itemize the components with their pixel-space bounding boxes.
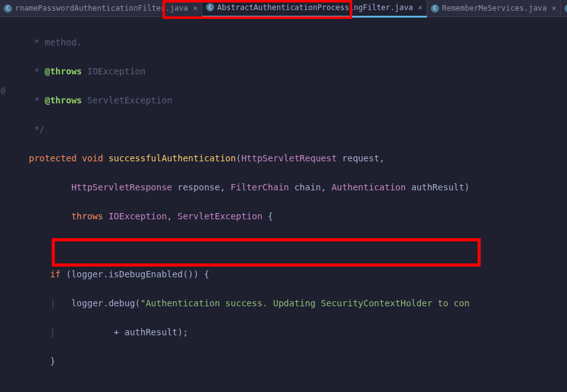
- java-class-icon: C: [564, 4, 567, 13]
- code-line: * method.: [0, 35, 567, 50]
- close-icon[interactable]: ×: [418, 3, 422, 12]
- java-class-icon: C: [431, 4, 439, 13]
- editor-tab[interactable]: C RememberMeServices.java ×: [427, 0, 561, 16]
- tab-label: RememberMeServices.java: [442, 4, 547, 13]
- code-line: HttpServletResponse response, FilterChai…: [0, 180, 567, 195]
- code-line: */: [0, 122, 567, 137]
- code-line: if (logger.isDebugEnabled()) {: [0, 267, 567, 282]
- code-line: | logger.debug("Authentication success. …: [0, 296, 567, 311]
- code-line: throws IOException, ServletException {: [0, 209, 567, 224]
- editor-tab[interactable]: C AbstractAuthenticationProcessingFilter…: [202, 0, 427, 18]
- java-class-icon: C: [206, 3, 214, 11]
- close-icon[interactable]: ×: [552, 4, 556, 13]
- code-line: | + authResult);: [0, 325, 567, 340]
- tab-bar: C rnamePasswordAuthenticationFilter.java…: [0, 0, 567, 17]
- tab-label: rnamePasswordAuthenticationFilter.java: [15, 4, 188, 13]
- code-line: * @throws IOException: [0, 64, 567, 79]
- java-class-icon: C: [4, 4, 12, 13]
- editor-tab[interactable]: C AbstractRememberM: [561, 0, 567, 16]
- code-line: protected void successfulAuthentication(…: [0, 151, 567, 166]
- code-editor[interactable]: * method. * @throws IOException * @throw…: [0, 17, 567, 392]
- code-line: [0, 383, 567, 392]
- code-line: * @throws ServletException: [0, 93, 567, 108]
- code-line: }: [0, 354, 567, 369]
- close-icon[interactable]: ×: [193, 4, 198, 13]
- editor-tab[interactable]: C rnamePasswordAuthenticationFilter.java…: [0, 0, 202, 16]
- gutter-override-icon[interactable]: @: [1, 86, 5, 95]
- code-line: [0, 238, 567, 253]
- tab-label: AbstractAuthenticationProcessingFilter.j…: [217, 3, 413, 12]
